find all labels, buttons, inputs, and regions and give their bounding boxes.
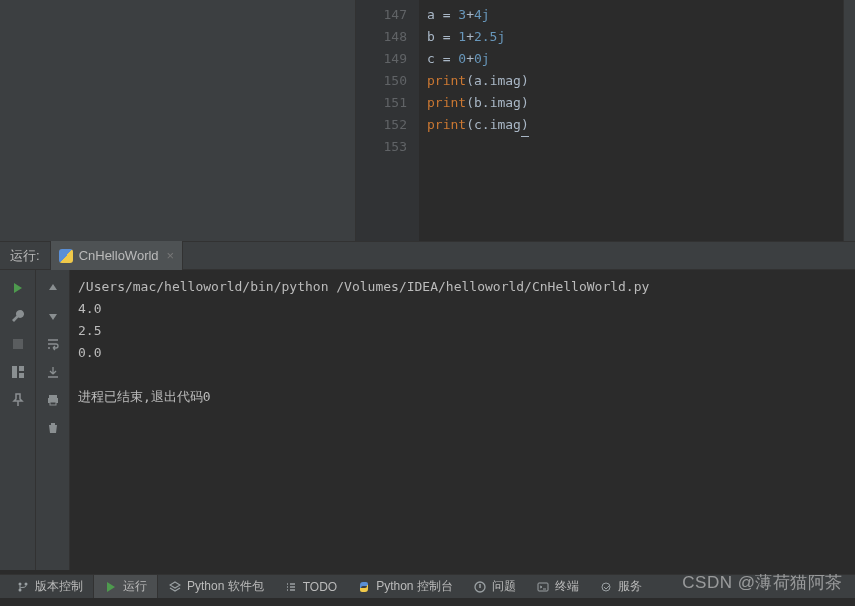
toolwindow-problems[interactable]: 问题 (463, 575, 526, 599)
wrap-icon[interactable] (43, 334, 63, 354)
editor-gutter: 147148149150151152153 (356, 0, 419, 241)
run-tab-name: CnHelloWorld (79, 248, 159, 263)
download-icon[interactable] (43, 362, 63, 382)
toolwindow-label: Python 控制台 (376, 578, 453, 595)
svg-rect-1 (12, 366, 17, 378)
toolwindow-services[interactable]: 服务 (589, 575, 652, 599)
down-icon[interactable] (43, 306, 63, 326)
toolwindow-label: 终端 (555, 578, 579, 595)
toolwindow-pyconsole[interactable]: Python 控制台 (347, 575, 463, 599)
svg-rect-2 (19, 366, 24, 371)
play-icon[interactable] (8, 278, 28, 298)
svg-rect-0 (13, 339, 23, 349)
toolwindow-packages[interactable]: Python 软件包 (158, 575, 274, 599)
svg-rect-3 (19, 373, 24, 378)
toolwindow-run[interactable]: 运行 (93, 575, 158, 599)
up-icon[interactable] (43, 278, 63, 298)
run-tool-header: 运行: CnHelloWorld × (0, 241, 855, 270)
warn-icon (473, 580, 487, 594)
editor-content[interactable]: a = 3+4jb = 1+2.5jc = 0+0jprint(a.imag)p… (419, 0, 855, 241)
line-number: 150 (356, 70, 407, 92)
svg-point-7 (19, 582, 22, 585)
toolwindow-label: 服务 (618, 578, 642, 595)
terminal-icon (536, 580, 550, 594)
code-line[interactable]: print(b.imag) (427, 92, 855, 114)
bottom-tool-bar: 版本控制运行Python 软件包TODOPython 控制台问题终端服务 (0, 574, 855, 598)
trash-icon[interactable] (43, 418, 63, 438)
svg-point-9 (25, 582, 28, 585)
svg-rect-4 (49, 395, 57, 398)
code-editor[interactable]: 147148149150151152153 a = 3+4jb = 1+2.5j… (356, 0, 855, 241)
branch-icon (16, 580, 30, 594)
toolwindow-label: 运行 (123, 578, 147, 595)
toolwindow-label: 问题 (492, 578, 516, 595)
code-line[interactable]: print(a.imag) (427, 70, 855, 92)
line-number: 149 (356, 48, 407, 70)
line-number: 151 (356, 92, 407, 114)
code-line[interactable]: b = 1+2.5j (427, 26, 855, 48)
list-icon (284, 580, 298, 594)
toolwindow-terminal[interactable]: 终端 (526, 575, 589, 599)
code-line[interactable]: a = 3+4j (427, 4, 855, 26)
stack-icon (168, 580, 182, 594)
print-icon[interactable] (43, 390, 63, 410)
close-icon[interactable]: × (167, 248, 175, 263)
toolwindow-todo[interactable]: TODO (274, 575, 347, 599)
stop-icon[interactable] (8, 334, 28, 354)
console-output[interactable]: /Users/mac/helloworld/bin/python /Volume… (70, 270, 855, 570)
line-number: 147 (356, 4, 407, 26)
run-toolbar-left (0, 270, 36, 570)
project-tool-window[interactable] (0, 0, 356, 241)
run-tab[interactable]: CnHelloWorld × (50, 241, 184, 270)
line-number: 152 (356, 114, 407, 136)
line-number: 153 (356, 136, 407, 158)
run-label: 运行: (10, 247, 40, 265)
toolwindow-label: 版本控制 (35, 578, 83, 595)
svg-point-8 (19, 588, 22, 591)
run-toolbar-right (36, 270, 70, 570)
editor-scrollbar[interactable] (843, 0, 855, 241)
toolwindow-vcs[interactable]: 版本控制 (6, 575, 93, 599)
svg-rect-6 (50, 402, 56, 405)
toolwindow-label: Python 软件包 (187, 578, 264, 595)
python-icon (357, 580, 371, 594)
line-number: 148 (356, 26, 407, 48)
services-icon (599, 580, 613, 594)
code-line[interactable]: c = 0+0j (427, 48, 855, 70)
play-icon (104, 580, 118, 594)
code-line[interactable]: print(c.imag) (427, 114, 855, 137)
pin-icon[interactable] (8, 390, 28, 410)
python-icon (59, 249, 73, 263)
statusbar-strip (0, 598, 855, 606)
layout-icon[interactable] (8, 362, 28, 382)
toolwindow-label: TODO (303, 580, 337, 594)
wrench-icon[interactable] (8, 306, 28, 326)
svg-point-12 (602, 583, 610, 591)
